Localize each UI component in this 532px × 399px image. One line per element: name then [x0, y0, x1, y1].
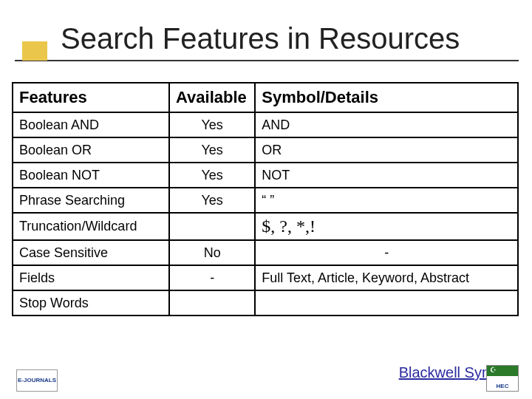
features-table-wrap: Features Available Symbol/Details Boolea… — [12, 82, 519, 316]
title-block: Search Features in Resources — [0, 0, 532, 72]
hec-logo: HEC — [486, 365, 519, 392]
cell-feature: Case Sensitive — [13, 240, 169, 265]
cell-available — [169, 290, 255, 316]
page-title: Search Features in Resources — [61, 22, 532, 55]
title-underline — [15, 60, 519, 61]
cell-available: Yes — [169, 163, 255, 188]
cell-available — [169, 213, 255, 240]
table-row: Fields - Full Text, Article, Keyword, Ab… — [13, 265, 518, 290]
cell-feature: Phrase Searching — [13, 188, 169, 213]
cell-feature: Boolean OR — [13, 137, 169, 163]
cell-detail: $, ?, *,! — [255, 213, 518, 240]
table-row: Boolean OR Yes OR — [13, 137, 518, 163]
cell-detail: NOT — [255, 163, 518, 188]
cell-detail: “ ” — [255, 188, 518, 213]
features-table: Features Available Symbol/Details Boolea… — [12, 82, 519, 316]
header-available: Available — [169, 83, 255, 112]
hec-label: HEC — [487, 383, 518, 389]
table-row: Truncation/Wildcard $, ?, *,! — [13, 213, 518, 240]
cell-feature: Truncation/Wildcard — [13, 213, 169, 240]
cell-feature: Stop Words — [13, 290, 169, 316]
cell-available: No — [169, 240, 255, 265]
cell-detail: Full Text, Article, Keyword, Abstract — [255, 265, 518, 290]
cell-available: - — [169, 265, 255, 290]
table-row: Boolean AND Yes AND — [13, 112, 518, 137]
cell-available: Yes — [169, 112, 255, 137]
cell-feature: Boolean NOT — [13, 163, 169, 188]
header-symbol-details: Symbol/Details — [255, 83, 518, 112]
cell-available: Yes — [169, 188, 255, 213]
cell-detail — [255, 290, 518, 316]
table-row: Boolean NOT Yes NOT — [13, 163, 518, 188]
cell-detail: AND — [255, 112, 518, 137]
ejournals-logo: E-JOURNALS — [16, 369, 58, 392]
table-header-row: Features Available Symbol/Details — [13, 83, 518, 112]
cell-detail: OR — [255, 137, 518, 163]
cell-available: Yes — [169, 137, 255, 163]
table-row: Phrase Searching Yes “ ” — [13, 188, 518, 213]
table-row: Stop Words — [13, 290, 518, 316]
cell-feature: Boolean AND — [13, 112, 169, 137]
header-features: Features — [13, 83, 169, 112]
cell-feature: Fields — [13, 265, 169, 290]
accent-square — [22, 41, 47, 61]
ejournals-label: E-JOURNALS — [18, 378, 56, 383]
footer-left: E-JOURNALS — [16, 369, 58, 392]
table-row: Case Sensitive No - — [13, 240, 518, 265]
cell-detail: - — [255, 240, 518, 265]
